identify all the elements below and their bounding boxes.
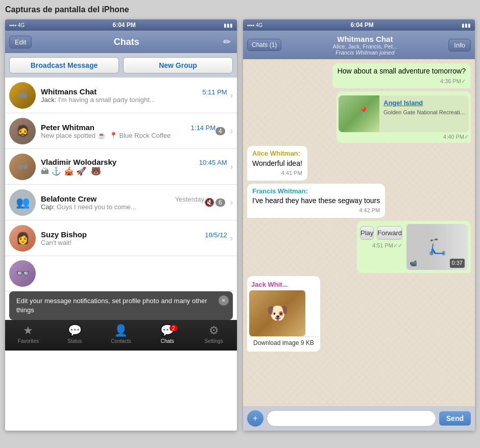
msg-time-4: 4:51 PM [372,242,393,250]
edit-button[interactable]: Edit [9,36,32,48]
msg-row-5: Jack Whit... 🐶 Download image 9 KB [247,276,471,352]
tab-chats[interactable]: 💬 2 Chats [144,322,190,347]
messages-area[interactable]: How about a small adventure tomorrow? 4:… [243,59,475,406]
chat-item-belafonte[interactable]: 👥 Belafonte Crew Yesterday Cap: Guys I n… [5,185,237,220]
chat-item-whitmans[interactable]: 🏙 Whitmans Chat 5:11 PM Jack: I'm having… [5,78,237,113]
msg-row-0: How about a small adventure tomorrow? 4:… [247,63,471,88]
signal-right: ▪▪▪▪ 4G [247,22,262,28]
tab-settings[interactable]: ⚙ Settings [190,322,237,347]
chat-time-suzy: 10/5/12 [205,231,227,239]
chat-item-vladimir[interactable]: 🕶 Vladimir Wolodarsky 10:45 AM 🏔 ⚓ 🎪 🚀 🐻… [5,149,237,185]
chat-title: Whitmans Chat [281,35,448,43]
chat-content-peter: Peter Whitman 1:14 PM New place spotted … [41,123,215,139]
chat-name-whitmans: Whitmans Chat [41,87,97,96]
map-visual: 📍 [339,95,379,132]
chat-preview-suzy: Can't wait! [41,239,227,246]
tab-contacts[interactable]: 👤 Contacts [98,322,145,347]
tab-label-settings: Settings [205,338,223,344]
chat-item-peter[interactable]: 🧔 Peter Whitman 1:14 PM New place spotte… [5,113,237,149]
chat-name-peter: Peter Whitman [41,123,94,132]
new-group-button[interactable]: New Group [123,57,233,73]
back-button[interactable]: Chats (1) [247,39,281,51]
chat-nav: Chats (1) Whitmans Chat Alice, Jack, Fra… [243,31,475,59]
sender-alice: Alice Whitman: [252,149,302,158]
left-phone: ▪▪▪▪ 4G 6:04 PM ▮▮▮ Edit Chats ✏ Broadca… [5,19,237,431]
segway-thumbnail: 🛴 0:37 📹 [406,224,468,270]
chats-badge: 2 [170,325,178,331]
bubble-sent-video: Play Forward 4:51 PM ✓✓ 🛴 0:37 📹 [357,221,471,273]
broadcast-button[interactable]: Broadcast Message [9,57,119,73]
msg-row-2: Alice Whitman: Wonderful idea! 4:41 PM [247,146,471,180]
avatar-vladimir: 🕶 [9,154,36,180]
chat-content-belafonte: Belafonte Crew Yesterday Cap: Guys I nee… [41,194,204,211]
map-info: Angel Island Golden Gate National Recrea… [379,95,469,132]
video-duration: 0:37 [450,259,465,267]
chevron-peter: › [230,127,233,136]
chevron-vladimir: › [230,162,233,171]
chat-item-partial[interactable]: 👓 [5,256,237,291]
dog-thumbnail: 🐶 [249,290,305,336]
chat-name-belafonte: Belafonte Crew [41,194,97,203]
chat-content-suzy: Suzy Bishop 10/5/12 Can't wait! [41,230,227,246]
msg-row-1: 📍 Angel Island Golden Gate National Recr… [247,91,471,143]
chevron-suzy: › [230,234,233,243]
map-sub: Golden Gate National Recreati... [383,109,465,116]
bubble-received-francis: Francis Whitman: I've heard they have th… [247,184,385,218]
msg-text-2: Wonderful idea! [252,159,302,167]
chat-item-suzy[interactable]: 👩 Suzy Bishop 10/5/12 Can't wait! › [5,220,237,256]
chevron-belafonte: › [230,198,233,207]
send-button[interactable]: Send [439,411,471,426]
sender-francis: Francis Whitman: [252,187,380,196]
map-card[interactable]: 📍 Angel Island Golden Gate National Recr… [339,95,469,132]
compose-button[interactable]: ✏ [221,34,233,49]
action-row: Broadcast Message New Group [5,53,237,78]
tooltip: Edit your message notifications, set pro… [9,291,233,320]
segway-person-icon: 🛴 [428,236,447,258]
favorites-icon: ★ [23,324,33,337]
msg-time-2: 4:41 PM [281,169,302,177]
msg-tick-4: ✓✓ [393,242,402,250]
chat-name-suzy: Suzy Bishop [41,230,87,239]
avatar-whitmans: 🏙 [9,82,36,109]
video-cam-icon: 📹 [410,259,417,268]
badge-belafonte: 6 [215,198,225,207]
chevron-whitmans: › [230,91,233,100]
msg-time-3: 4:42 PM [359,207,380,214]
tab-label-status: Status [67,338,82,344]
chat-text-whitmans: I'm having a small party tonight... [58,96,155,104]
tab-label-favorites: Favorites [18,338,39,344]
signal-left: ▪▪▪▪ 4G [9,22,25,28]
forward-button[interactable]: Forward [377,226,402,240]
msg-text-0: How about a small adventure tomorrow? [338,67,466,75]
bubble-received-jack: Jack Whit... 🐶 Download image 9 KB [247,276,320,352]
msg-time-1: 4:40 PM [443,133,464,141]
play-button[interactable]: Play [360,226,374,240]
contacts-icon: 👤 [114,324,128,337]
msg-tick-0: ✓ [461,78,466,85]
tab-status[interactable]: 💬 Status [52,322,98,347]
bubble-sent-0: How about a small adventure tomorrow? 4:… [332,63,471,88]
avatar-suzy: 👩 [9,225,36,252]
media-buttons: Play Forward [360,226,402,240]
chat-subtitle: Alice, Jack, Francis, Pet... [281,43,448,49]
map-title: Angel Island [383,98,465,108]
battery-right: ▮▮▮ [462,22,471,28]
tab-favorites[interactable]: ★ Favorites [5,322,52,347]
time-right: 6:04 PM [350,21,373,29]
status-bar-left: ▪▪▪▪ 4G 6:04 PM ▮▮▮ [5,19,237,31]
plus-icon: + [253,414,257,423]
chat-time-whitmans: 5:11 PM [202,88,227,96]
time-left: 6:04 PM [112,21,135,29]
tooltip-close-button[interactable]: × [219,295,229,306]
media-controls: Play Forward 4:51 PM ✓✓ [360,224,402,250]
chat-preview-vladimir: 🏔 ⚓ 🎪 🚀 🐻 [41,166,227,176]
right-phone: ▪▪▪▪ 4G 6:04 PM ▮▮▮ Chats (1) Whitmans C… [243,19,475,431]
attachment-button[interactable]: + [247,410,263,427]
download-bar[interactable]: Download image 9 KB [249,336,318,350]
chat-time-vladimir: 10:45 AM [199,159,227,166]
bubble-received-alice: Alice Whitman: Wonderful idea! 4:41 PM [247,146,307,180]
info-button[interactable]: Info [448,39,471,52]
chat-preview-peter: New place spotted ☕ 📍 Blue Rock Coffee [41,132,215,139]
sender-jack: Jack Whit... [249,278,318,290]
message-input[interactable] [267,410,436,427]
